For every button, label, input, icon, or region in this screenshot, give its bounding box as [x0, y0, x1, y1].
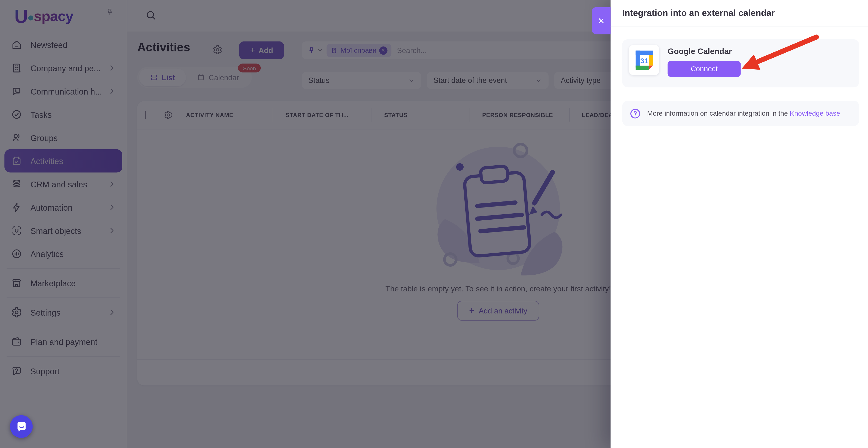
app-window: Uspacy Newsfeed Company and pe... Commun… — [0, 0, 868, 448]
google-calendar-icon: 31 — [629, 45, 659, 75]
integration-panel: Integration into an external calendar 31… — [611, 0, 868, 448]
knowledge-base-text: More information on calendar integration… — [647, 110, 840, 117]
google-calendar-card: 31 Google Calendar Connect — [622, 39, 859, 87]
integration-name: Google Calendar — [668, 47, 741, 56]
screen: Uspacy Newsfeed Company and pe... Commun… — [0, 0, 868, 448]
integration-info: Google Calendar Connect — [668, 45, 741, 88]
chat-smile-icon — [15, 420, 27, 433]
knowledge-base-card: More information on calendar integration… — [622, 101, 859, 126]
panel-header: Integration into an external calendar — [611, 0, 868, 27]
panel-close-button[interactable]: ✕ — [592, 7, 611, 34]
panel-title: Integration into an external calendar — [622, 8, 775, 18]
knowledge-base-link[interactable]: Knowledge base — [790, 110, 840, 117]
question-circle-icon — [629, 108, 641, 119]
kb-text-static: More information on calendar integration… — [647, 110, 788, 117]
close-icon: ✕ — [598, 16, 604, 26]
chat-launcher[interactable] — [10, 415, 33, 438]
connect-button[interactable]: Connect — [668, 61, 741, 77]
svg-text:31: 31 — [640, 56, 648, 64]
